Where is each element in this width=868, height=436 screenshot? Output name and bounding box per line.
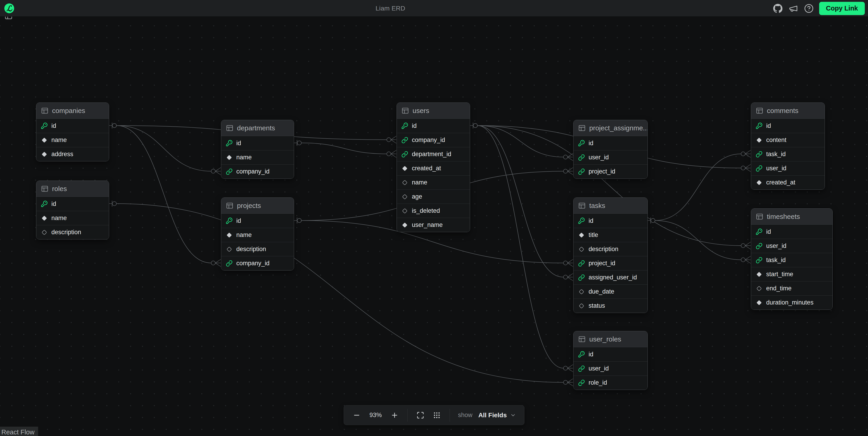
link-icon xyxy=(401,151,408,158)
field-row-projects-description[interactable]: description xyxy=(221,242,294,256)
table-header[interactable]: departments xyxy=(221,120,294,136)
table-roles[interactable]: rolesidnamedescription xyxy=(36,181,109,240)
field-name: id xyxy=(589,351,593,358)
field-name: user_id xyxy=(766,242,786,249)
field-row-tasks-id[interactable]: id xyxy=(574,214,647,228)
field-row-departments-company_id[interactable]: company_id xyxy=(221,164,294,179)
fields-filter-dropdown[interactable]: All Fields xyxy=(477,412,517,419)
liam-logo[interactable]: ℒ xyxy=(4,3,14,13)
field-row-comments-created_at[interactable]: created_at xyxy=(751,175,825,189)
field-row-users-is_deleted[interactable]: is_deleted xyxy=(397,204,470,218)
table-comments[interactable]: commentsidcontenttask_iduser_idcreated_a… xyxy=(751,102,825,190)
field-row-companies-name[interactable]: name xyxy=(36,133,109,147)
tidy-up-button[interactable] xyxy=(431,409,443,421)
field-row-comments-id[interactable]: id xyxy=(751,119,825,133)
table-header[interactable]: comments xyxy=(751,103,825,119)
field-row-timesheets-user_id[interactable]: user_id xyxy=(751,239,832,253)
fields-filter-value: All Fields xyxy=(478,412,506,419)
field-row-tasks-status[interactable]: status xyxy=(574,299,647,313)
megaphone-icon[interactable] xyxy=(788,3,799,14)
field-row-companies-id[interactable]: id xyxy=(36,119,109,133)
table-name: project_assignme... xyxy=(589,124,648,132)
table-header[interactable]: users xyxy=(397,103,470,119)
field-row-timesheets-duration_minutes[interactable]: duration_minutes xyxy=(751,295,832,310)
zoom-in-button[interactable] xyxy=(389,409,400,421)
field-row-users-company_id[interactable]: company_id xyxy=(397,133,470,147)
field-row-projects-name[interactable]: name xyxy=(221,228,294,242)
table-users[interactable]: usersidcompany_iddepartment_idcreated_at… xyxy=(397,102,470,232)
top-bar: ℒ Liam ERD Copy Link xyxy=(0,0,868,17)
table-project_assignments[interactable]: project_assignme...iduser_idproject_id xyxy=(573,120,648,179)
table-icon xyxy=(401,107,409,115)
field-row-comments-user_id[interactable]: user_id xyxy=(751,161,825,175)
field-row-timesheets-id[interactable]: id xyxy=(751,225,832,239)
table-header[interactable]: roles xyxy=(36,181,109,197)
field-row-project_assignments-id[interactable]: id xyxy=(574,136,647,150)
field-row-user_roles-role_id[interactable]: role_id xyxy=(574,375,647,390)
field-row-tasks-title[interactable]: title xyxy=(574,228,647,242)
field-name: status xyxy=(589,302,605,309)
table-user_roles[interactable]: user_rolesiduser_idrole_id xyxy=(573,331,648,390)
erd-canvas[interactable]: companiesidnameaddressrolesidnamedescrip… xyxy=(0,17,868,436)
table-name: timesheets xyxy=(767,213,800,220)
copy-link-button[interactable]: Copy Link xyxy=(819,2,865,15)
field-row-projects-company_id[interactable]: company_id xyxy=(221,256,294,270)
field-row-users-name[interactable]: name xyxy=(397,175,470,189)
link-icon xyxy=(578,154,585,161)
help-icon[interactable] xyxy=(804,3,814,14)
show-label: show xyxy=(458,412,472,419)
field-row-users-id[interactable]: id xyxy=(397,119,470,133)
field-row-departments-id[interactable]: id xyxy=(221,136,294,150)
field-row-timesheets-task_id[interactable]: task_id xyxy=(751,253,832,267)
field-row-project_assignments-project_id[interactable]: project_id xyxy=(574,164,647,179)
field-row-roles-id[interactable]: id xyxy=(36,197,109,211)
table-header[interactable]: timesheets xyxy=(751,209,832,225)
key-icon xyxy=(401,122,408,129)
link-icon xyxy=(756,151,763,158)
field-name: id xyxy=(766,228,771,235)
field-row-tasks-assigned_user_id[interactable]: assigned_user_id xyxy=(574,270,647,284)
field-name: company_id xyxy=(236,260,270,267)
zoom-out-button[interactable] xyxy=(351,409,363,421)
table-tasks[interactable]: tasksidtitledescriptionproject_idassigne… xyxy=(573,197,648,313)
key-icon xyxy=(756,122,763,129)
table-header[interactable]: companies xyxy=(36,103,109,119)
field-row-comments-task_id[interactable]: task_id xyxy=(751,147,825,161)
table-icon xyxy=(756,107,764,115)
table-companies[interactable]: companiesidnameaddress xyxy=(36,102,109,161)
react-flow-attribution[interactable]: React Flow xyxy=(0,427,38,436)
github-icon[interactable] xyxy=(773,3,783,14)
link-icon xyxy=(578,379,585,386)
field-name: duration_minutes xyxy=(766,299,813,306)
field-row-projects-id[interactable]: id xyxy=(221,214,294,228)
field-row-users-department_id[interactable]: department_id xyxy=(397,147,470,161)
field-row-departments-name[interactable]: name xyxy=(221,150,294,164)
field-row-timesheets-start_time[interactable]: start_time xyxy=(751,267,832,281)
table-departments[interactable]: departmentsidnamecompany_id xyxy=(221,120,294,179)
field-row-users-age[interactable]: age xyxy=(397,189,470,204)
field-row-timesheets-end_time[interactable]: end_time xyxy=(751,281,832,295)
table-projects[interactable]: projectsidnamedescriptioncompany_id xyxy=(221,197,294,271)
field-row-companies-address[interactable]: address xyxy=(36,147,109,161)
field-row-project_assignments-user_id[interactable]: user_id xyxy=(574,150,647,164)
field-row-tasks-project_id[interactable]: project_id xyxy=(574,256,647,270)
table-timesheets[interactable]: timesheetsiduser_idtask_idstart_timeend_… xyxy=(751,209,833,310)
table-header[interactable]: user_roles xyxy=(574,331,647,347)
field-row-user_roles-user_id[interactable]: user_id xyxy=(574,361,647,375)
field-row-users-user_name[interactable]: user_name xyxy=(397,218,470,232)
field-name: name xyxy=(51,215,67,222)
table-header[interactable]: projects xyxy=(221,198,294,214)
table-header[interactable]: tasks xyxy=(574,198,647,214)
field-row-tasks-due_date[interactable]: due_date xyxy=(574,284,647,299)
field-name: description xyxy=(589,246,618,253)
field-row-comments-content[interactable]: content xyxy=(751,133,825,147)
field-row-users-created_at[interactable]: created_at xyxy=(397,161,470,175)
diamond-filled-icon xyxy=(756,137,763,144)
diamond-filled-icon xyxy=(756,179,763,186)
field-row-roles-description[interactable]: description xyxy=(36,225,109,239)
field-row-user_roles-id[interactable]: id xyxy=(574,347,647,361)
field-row-roles-name[interactable]: name xyxy=(36,211,109,225)
field-row-tasks-description[interactable]: description xyxy=(574,242,647,256)
table-header[interactable]: project_assignme... xyxy=(574,120,647,136)
fit-view-button[interactable] xyxy=(414,409,426,421)
